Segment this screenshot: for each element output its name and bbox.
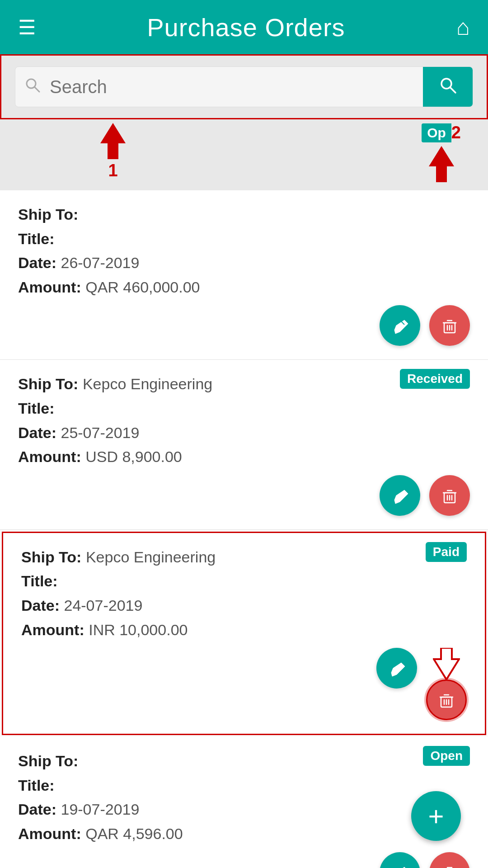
add-fab-button[interactable]: + xyxy=(411,791,461,841)
delete-annotation xyxy=(426,648,467,720)
annotation-label-1: 1 xyxy=(108,161,117,180)
ship-to-label: Ship To: xyxy=(18,206,78,223)
date-label: Date: xyxy=(18,424,61,441)
annotation-2: Op 2 xyxy=(422,123,461,182)
date-value: 26-07-2019 xyxy=(61,254,139,271)
amount-label: Amount: xyxy=(18,825,85,842)
amount-value: QAR 4,596.00 xyxy=(85,825,183,842)
status-badge: Received xyxy=(400,369,470,389)
ship-to-label: Ship To: xyxy=(18,375,83,392)
order-card-highlighted: Paid Ship To: Kepco Engineering Title: D… xyxy=(2,532,486,735)
title-label: Title: xyxy=(18,400,55,417)
delete-button-highlighted[interactable] xyxy=(426,679,467,720)
title-field: Title: xyxy=(18,228,470,250)
delete-button[interactable] xyxy=(429,475,470,516)
order-actions xyxy=(21,648,467,720)
search-area xyxy=(0,54,488,119)
date-label: Date: xyxy=(18,801,61,818)
amount-label: Amount: xyxy=(21,621,89,638)
ship-to-label: Ship To: xyxy=(18,752,78,769)
date-label: Date: xyxy=(21,597,64,614)
edit-button[interactable] xyxy=(380,475,420,516)
title-field: Title: xyxy=(21,571,467,592)
edit-button[interactable] xyxy=(380,852,420,868)
amount-label: Amount: xyxy=(18,448,85,465)
app-header: ☰ Purchase Orders ⌂ xyxy=(0,0,488,54)
amount-field: Amount: QAR 4,596.00 xyxy=(18,823,470,845)
arrow-up-1 xyxy=(99,123,127,159)
amount-value: INR 10,000.00 xyxy=(89,621,188,638)
amount-label: Amount: xyxy=(18,278,85,296)
delete-button[interactable] xyxy=(429,852,470,868)
ship-to-field: Ship To: xyxy=(18,204,470,226)
date-value: 19-07-2019 xyxy=(61,801,139,818)
search-container xyxy=(15,66,473,107)
order-card: Received Ship To: Kepco Engineering Titl… xyxy=(0,360,488,529)
order-actions xyxy=(18,305,470,346)
annotation-row: 1 Op 2 xyxy=(0,119,488,190)
date-field: Date: 24-07-2019 xyxy=(21,595,467,617)
orders-list: Ship To: Title: Date: 26-07-2019 Amount:… xyxy=(0,190,488,868)
date-field: Date: 19-07-2019 xyxy=(18,799,470,821)
amount-value: QAR 460,000.00 xyxy=(85,278,200,296)
svg-point-2 xyxy=(441,79,451,89)
ship-to-field: Ship To: Kepco Engineering xyxy=(21,547,467,568)
order-card: Ship To: Title: Date: 26-07-2019 Amount:… xyxy=(0,190,488,360)
annotation-label-2: 2 xyxy=(451,123,461,142)
title-label: Title: xyxy=(18,230,55,247)
date-label: Date: xyxy=(18,254,61,271)
edit-button[interactable] xyxy=(376,648,417,689)
order-actions xyxy=(18,475,470,516)
search-input[interactable] xyxy=(50,67,423,107)
search-icon-left xyxy=(15,77,50,97)
search-button-icon xyxy=(439,76,457,98)
page-title: Purchase Orders xyxy=(147,13,345,42)
svg-line-3 xyxy=(450,88,455,93)
title-label: Title: xyxy=(21,572,58,590)
annotation-op-label: Op xyxy=(422,123,451,142)
ship-to-value: Kepco Engineering xyxy=(86,548,216,566)
amount-field: Amount: QAR 460,000.00 xyxy=(18,277,470,298)
status-badge: Paid xyxy=(426,542,467,562)
amount-field: Amount: USD 8,900.00 xyxy=(18,446,470,468)
delete-button[interactable] xyxy=(429,305,470,346)
arrow-down-annotation xyxy=(433,648,460,679)
arrow-up-2 xyxy=(428,146,455,182)
date-field: Date: 25-07-2019 xyxy=(18,422,470,444)
date-value: 24-07-2019 xyxy=(64,597,142,614)
annotation-1: 1 xyxy=(99,123,127,182)
title-field: Title: xyxy=(18,398,470,420)
edit-button[interactable] xyxy=(380,305,420,346)
svg-marker-17 xyxy=(434,648,459,679)
ship-to-value: Kepco Engineering xyxy=(83,375,212,392)
search-button[interactable] xyxy=(423,67,473,107)
amount-value: USD 8,900.00 xyxy=(85,448,182,465)
date-value: 25-07-2019 xyxy=(61,424,139,441)
order-actions xyxy=(18,852,470,868)
ship-to-label: Ship To: xyxy=(21,548,86,566)
menu-icon[interactable]: ☰ xyxy=(18,16,36,39)
amount-field: Amount: INR 10,000.00 xyxy=(21,619,467,641)
status-badge: Open xyxy=(423,746,470,766)
svg-marker-5 xyxy=(429,146,454,182)
ship-to-field: Ship To: xyxy=(18,750,470,772)
svg-line-1 xyxy=(35,87,39,92)
date-field: Date: 26-07-2019 xyxy=(18,252,470,274)
title-label: Title: xyxy=(18,777,55,794)
svg-marker-4 xyxy=(100,123,126,159)
title-field: Title: xyxy=(18,775,470,797)
home-icon[interactable]: ⌂ xyxy=(456,14,470,40)
